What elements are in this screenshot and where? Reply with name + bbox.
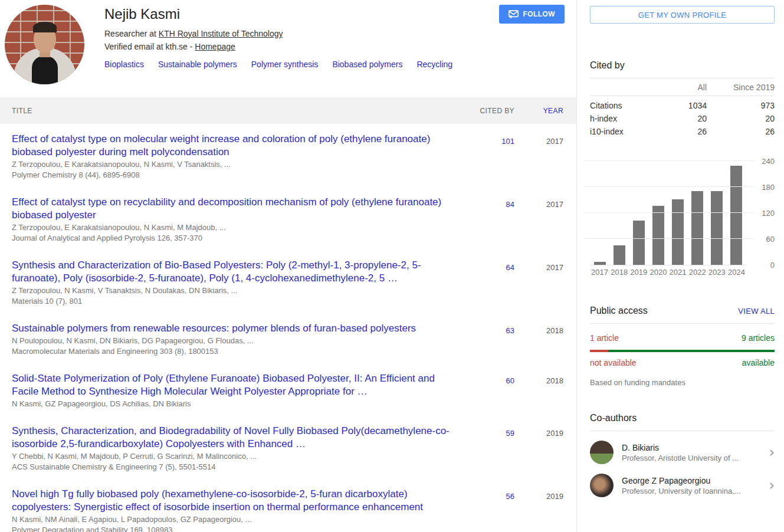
publication-year-cell: 2019 (514, 488, 576, 532)
interest-tags: BioplasticsSustainable polymersPolymer s… (104, 60, 499, 69)
affiliation-prefix: Researcher at (104, 29, 159, 38)
x-axis-label-2020: 2020 (648, 268, 668, 277)
coauthors-header: Co-authors (590, 413, 775, 431)
coauthor-description: Professor, Aristotle University of ... (622, 454, 765, 462)
gridline (584, 160, 755, 161)
column-header-year[interactable]: YEAR (514, 107, 576, 115)
cited-by-count-link[interactable]: 64 (506, 263, 514, 272)
chart-bar-slot (688, 162, 707, 265)
affiliation-link[interactable]: KTH Royal Institute of Technology (159, 29, 283, 38)
metric-label: Citations (590, 101, 654, 110)
cited-by-count-link[interactable]: 59 (506, 429, 514, 438)
x-axis-label-2017: 2017 (590, 268, 609, 277)
publication-authors: N Kasmi, GZ Papageorgiou, DS Achilias, D… (12, 399, 458, 409)
publication-title-link[interactable]: Novel high Tg fully biobased poly (hexam… (12, 488, 458, 514)
interest-tag[interactable]: Sustainable polymers (158, 60, 237, 69)
interest-tag[interactable]: Biobased polymers (332, 60, 402, 69)
x-axis-label-2021: 2021 (668, 268, 688, 277)
cited-by-count-link[interactable]: 101 (501, 137, 514, 146)
cited-by-rows: Citations1034973h-index2020i10-index2626 (590, 99, 775, 138)
cited-by-section: Cited by All Since 2019 Citations1034973… (590, 60, 775, 280)
get-my-own-profile-button[interactable]: GET MY OWN PROFILE (590, 6, 775, 24)
chart-bar-2018[interactable] (614, 245, 625, 265)
coauthor-info: George Z PapageorgiouProfessor, Universi… (614, 476, 765, 495)
chart-bar-2022[interactable] (691, 191, 703, 265)
publication-row: Sustainable polymers from renewable reso… (0, 313, 576, 363)
chart-bar-2023[interactable] (711, 191, 723, 265)
publication-authors: N Kasmi, NM Ainali, E Agapiou, L Papadop… (12, 514, 458, 524)
follow-area: FOLLOW (499, 5, 565, 84)
interest-tag[interactable]: Bioplastics (104, 60, 144, 69)
chart-bar-slot (668, 162, 688, 265)
publication-title-link[interactable]: Solid-State Polymerization of Poly (Ethy… (12, 372, 458, 398)
column-since-2019: Since 2019 (707, 83, 775, 92)
cited-by-count-link[interactable]: 63 (506, 326, 514, 335)
scholar-profile-page: Nejib Kasmi Researcher at KTH Royal Inst… (0, 0, 784, 532)
not-available-label: not available (590, 358, 637, 367)
cited-by-table-header: All Since 2019 (590, 78, 775, 96)
publication-year-cell: 2019 (514, 425, 576, 472)
chart-bars (590, 162, 746, 265)
coauthor-name[interactable]: George Z Papageorgiou (622, 476, 765, 485)
gridline (584, 212, 755, 213)
x-axis-label-2023: 2023 (707, 268, 727, 277)
cited-by-count-link[interactable]: 60 (506, 376, 514, 385)
available-count[interactable]: 9 articles (742, 333, 775, 343)
publication-authors: Y Chebbi, N Kasmi, M Majdoub, P Cerruti,… (12, 451, 458, 461)
not-available-count[interactable]: 1 article (590, 333, 619, 343)
x-axis-label-2024: 2024 (727, 268, 746, 277)
chart-plot-area (590, 162, 746, 265)
chart-bar-slot (629, 162, 648, 265)
metric-since-value: 26 (707, 127, 775, 136)
publication-row: Synthesis, Characterization, and Biodegr… (0, 416, 576, 479)
coauthor-avatar (590, 474, 614, 497)
cited-by-header: Cited by (590, 60, 775, 78)
cited-by-count-link[interactable]: 56 (506, 492, 514, 501)
cited-by-count-link[interactable]: 84 (506, 200, 514, 209)
column-all: All (654, 83, 707, 92)
profile-photo[interactable] (5, 5, 84, 84)
metric-label: i10-index (590, 127, 654, 136)
publication-cited-by-cell: 101 (458, 133, 514, 180)
x-axis-label-2019: 2019 (629, 268, 648, 277)
publication-year: 2017 (546, 200, 563, 209)
chart-bar-slot (609, 162, 629, 265)
y-axis-label: 120 (762, 209, 775, 218)
public-access-title: Public access (590, 306, 648, 316)
chevron-right-icon[interactable]: › (765, 478, 775, 492)
coauthor-item[interactable]: George Z PapageorgiouProfessor, Universi… (590, 474, 775, 497)
view-all-link[interactable]: VIEW ALL (738, 307, 775, 316)
interest-tag[interactable]: Recycling (416, 60, 452, 69)
publication-title-link[interactable]: Synthesis and Characterization of Bio-Ba… (12, 259, 458, 285)
interest-tag[interactable]: Polymer synthesis (251, 60, 319, 69)
coauthor-name[interactable]: D. Bikiaris (622, 443, 765, 452)
publication-title-link[interactable]: Effect of catalyst type on molecular wei… (12, 133, 458, 159)
publication-title-link[interactable]: Sustainable polymers from renewable reso… (12, 322, 458, 335)
chart-y-axis: 060120180240 (746, 162, 775, 265)
cited-by-title: Cited by (590, 60, 625, 71)
metric-label: h-index (590, 114, 654, 123)
publication-authors: Z Terzopoulou, E Karakatsianopoulou, N K… (12, 159, 458, 169)
publication-cited-by-cell: 56 (458, 488, 514, 532)
chevron-right-icon[interactable]: › (765, 445, 775, 459)
homepage-link[interactable]: Homepage (195, 42, 235, 51)
chart-bar-2021[interactable] (672, 199, 684, 265)
publication-row: Effect of catalyst type on recyclability… (0, 187, 576, 250)
public-access-counts: 1 article 9 articles (590, 333, 775, 343)
chart-bar-2020[interactable] (652, 206, 664, 265)
publication-year: 2018 (546, 376, 563, 385)
publication-title-link[interactable]: Synthesis, Characterization, and Biodegr… (12, 425, 458, 451)
publication-year-cell: 2017 (514, 196, 576, 243)
follow-button[interactable]: FOLLOW (499, 5, 565, 24)
chart-bar-2017[interactable] (594, 262, 606, 265)
column-header-cited-by[interactable]: CITED BY (458, 107, 514, 115)
coauthor-avatar (590, 441, 614, 464)
publication-row: Novel high Tg fully biobased poly (hexam… (0, 479, 576, 532)
chart-bar-2019[interactable] (633, 221, 645, 265)
publication-row: Effect of catalyst type on molecular wei… (0, 124, 576, 187)
chart-bar-2024[interactable] (730, 166, 742, 265)
publication-title-link[interactable]: Effect of catalyst type on recyclability… (12, 196, 458, 222)
available-label: available (742, 358, 775, 367)
publication-cited-by-cell: 59 (458, 425, 514, 472)
coauthor-item[interactable]: D. BikiarisProfessor, Aristotle Universi… (590, 441, 775, 464)
